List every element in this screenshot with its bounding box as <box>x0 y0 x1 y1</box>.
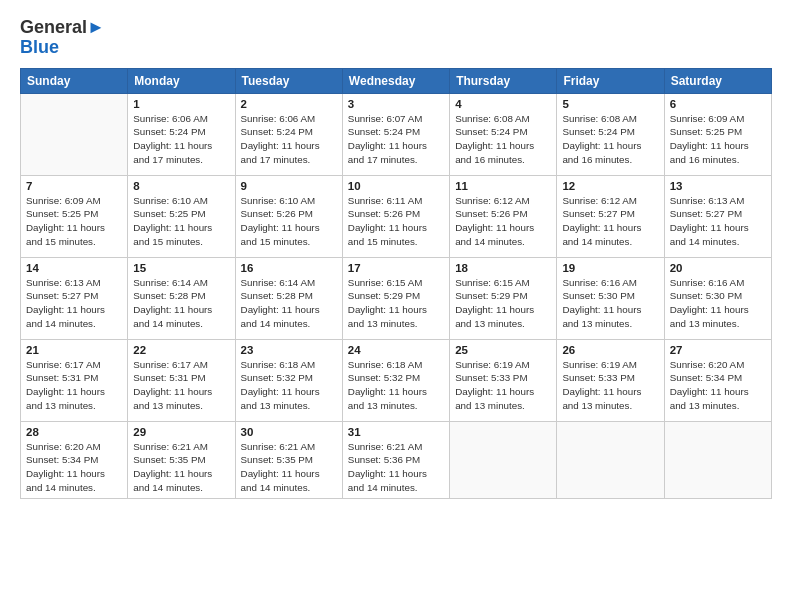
header: General► Blue <box>20 18 772 58</box>
day-number: 16 <box>241 262 337 274</box>
calendar-cell <box>664 421 771 499</box>
calendar-week-3: 14Sunrise: 6:13 AMSunset: 5:27 PMDayligh… <box>21 257 772 339</box>
day-number: 7 <box>26 180 122 192</box>
day-number: 20 <box>670 262 766 274</box>
calendar-week-2: 7Sunrise: 6:09 AMSunset: 5:25 PMDaylight… <box>21 175 772 257</box>
calendar-cell: 9Sunrise: 6:10 AMSunset: 5:26 PMDaylight… <box>235 175 342 257</box>
day-number: 17 <box>348 262 444 274</box>
logo-general: General <box>20 17 87 37</box>
day-info: Sunrise: 6:17 AMSunset: 5:31 PMDaylight:… <box>133 358 229 413</box>
day-number: 14 <box>26 262 122 274</box>
day-number: 22 <box>133 344 229 356</box>
calendar-cell: 17Sunrise: 6:15 AMSunset: 5:29 PMDayligh… <box>342 257 449 339</box>
day-info: Sunrise: 6:15 AMSunset: 5:29 PMDaylight:… <box>455 276 551 331</box>
calendar-week-1: 1Sunrise: 6:06 AMSunset: 5:24 PMDaylight… <box>21 93 772 175</box>
day-number: 31 <box>348 426 444 438</box>
calendar-header-row: SundayMondayTuesdayWednesdayThursdayFrid… <box>21 68 772 93</box>
weekday-header-tuesday: Tuesday <box>235 68 342 93</box>
calendar-cell: 20Sunrise: 6:16 AMSunset: 5:30 PMDayligh… <box>664 257 771 339</box>
day-info: Sunrise: 6:20 AMSunset: 5:34 PMDaylight:… <box>26 440 122 495</box>
calendar-cell: 15Sunrise: 6:14 AMSunset: 5:28 PMDayligh… <box>128 257 235 339</box>
calendar-cell: 24Sunrise: 6:18 AMSunset: 5:32 PMDayligh… <box>342 339 449 421</box>
calendar-table: SundayMondayTuesdayWednesdayThursdayFrid… <box>20 68 772 500</box>
calendar-cell: 5Sunrise: 6:08 AMSunset: 5:24 PMDaylight… <box>557 93 664 175</box>
calendar-cell: 4Sunrise: 6:08 AMSunset: 5:24 PMDaylight… <box>450 93 557 175</box>
day-info: Sunrise: 6:14 AMSunset: 5:28 PMDaylight:… <box>133 276 229 331</box>
calendar-cell: 12Sunrise: 6:12 AMSunset: 5:27 PMDayligh… <box>557 175 664 257</box>
calendar-cell <box>21 93 128 175</box>
calendar-cell: 10Sunrise: 6:11 AMSunset: 5:26 PMDayligh… <box>342 175 449 257</box>
day-info: Sunrise: 6:13 AMSunset: 5:27 PMDaylight:… <box>670 194 766 249</box>
day-number: 10 <box>348 180 444 192</box>
day-info: Sunrise: 6:16 AMSunset: 5:30 PMDaylight:… <box>562 276 658 331</box>
day-number: 19 <box>562 262 658 274</box>
weekday-header-saturday: Saturday <box>664 68 771 93</box>
day-number: 11 <box>455 180 551 192</box>
calendar-cell: 3Sunrise: 6:07 AMSunset: 5:24 PMDaylight… <box>342 93 449 175</box>
day-info: Sunrise: 6:11 AMSunset: 5:26 PMDaylight:… <box>348 194 444 249</box>
logo-text: General► Blue <box>20 18 105 58</box>
day-info: Sunrise: 6:18 AMSunset: 5:32 PMDaylight:… <box>241 358 337 413</box>
calendar-cell: 8Sunrise: 6:10 AMSunset: 5:25 PMDaylight… <box>128 175 235 257</box>
day-number: 21 <box>26 344 122 356</box>
calendar-cell: 13Sunrise: 6:13 AMSunset: 5:27 PMDayligh… <box>664 175 771 257</box>
day-number: 4 <box>455 98 551 110</box>
day-number: 15 <box>133 262 229 274</box>
weekday-header-sunday: Sunday <box>21 68 128 93</box>
calendar-cell: 19Sunrise: 6:16 AMSunset: 5:30 PMDayligh… <box>557 257 664 339</box>
day-info: Sunrise: 6:19 AMSunset: 5:33 PMDaylight:… <box>455 358 551 413</box>
weekday-header-wednesday: Wednesday <box>342 68 449 93</box>
day-number: 26 <box>562 344 658 356</box>
day-number: 24 <box>348 344 444 356</box>
day-info: Sunrise: 6:09 AMSunset: 5:25 PMDaylight:… <box>670 112 766 167</box>
calendar-cell: 18Sunrise: 6:15 AMSunset: 5:29 PMDayligh… <box>450 257 557 339</box>
day-info: Sunrise: 6:10 AMSunset: 5:25 PMDaylight:… <box>133 194 229 249</box>
calendar-cell: 31Sunrise: 6:21 AMSunset: 5:36 PMDayligh… <box>342 421 449 499</box>
calendar-cell: 28Sunrise: 6:20 AMSunset: 5:34 PMDayligh… <box>21 421 128 499</box>
day-info: Sunrise: 6:06 AMSunset: 5:24 PMDaylight:… <box>133 112 229 167</box>
day-number: 8 <box>133 180 229 192</box>
weekday-header-monday: Monday <box>128 68 235 93</box>
day-info: Sunrise: 6:10 AMSunset: 5:26 PMDaylight:… <box>241 194 337 249</box>
day-number: 5 <box>562 98 658 110</box>
calendar-cell: 14Sunrise: 6:13 AMSunset: 5:27 PMDayligh… <box>21 257 128 339</box>
day-number: 29 <box>133 426 229 438</box>
day-number: 12 <box>562 180 658 192</box>
calendar-cell: 27Sunrise: 6:20 AMSunset: 5:34 PMDayligh… <box>664 339 771 421</box>
weekday-header-friday: Friday <box>557 68 664 93</box>
logo: General► Blue <box>20 18 105 58</box>
day-number: 25 <box>455 344 551 356</box>
weekday-header-thursday: Thursday <box>450 68 557 93</box>
day-info: Sunrise: 6:21 AMSunset: 5:35 PMDaylight:… <box>241 440 337 495</box>
calendar-cell: 30Sunrise: 6:21 AMSunset: 5:35 PMDayligh… <box>235 421 342 499</box>
day-info: Sunrise: 6:08 AMSunset: 5:24 PMDaylight:… <box>455 112 551 167</box>
day-number: 9 <box>241 180 337 192</box>
day-info: Sunrise: 6:13 AMSunset: 5:27 PMDaylight:… <box>26 276 122 331</box>
day-number: 1 <box>133 98 229 110</box>
calendar-cell: 2Sunrise: 6:06 AMSunset: 5:24 PMDaylight… <box>235 93 342 175</box>
day-info: Sunrise: 6:14 AMSunset: 5:28 PMDaylight:… <box>241 276 337 331</box>
day-number: 18 <box>455 262 551 274</box>
day-number: 2 <box>241 98 337 110</box>
calendar-week-4: 21Sunrise: 6:17 AMSunset: 5:31 PMDayligh… <box>21 339 772 421</box>
day-number: 3 <box>348 98 444 110</box>
logo-arrow-icon: ► <box>87 17 105 37</box>
logo-blue: Blue <box>20 37 59 57</box>
day-info: Sunrise: 6:21 AMSunset: 5:35 PMDaylight:… <box>133 440 229 495</box>
day-info: Sunrise: 6:12 AMSunset: 5:26 PMDaylight:… <box>455 194 551 249</box>
calendar-cell: 29Sunrise: 6:21 AMSunset: 5:35 PMDayligh… <box>128 421 235 499</box>
calendar-week-5: 28Sunrise: 6:20 AMSunset: 5:34 PMDayligh… <box>21 421 772 499</box>
day-number: 13 <box>670 180 766 192</box>
day-info: Sunrise: 6:12 AMSunset: 5:27 PMDaylight:… <box>562 194 658 249</box>
day-info: Sunrise: 6:16 AMSunset: 5:30 PMDaylight:… <box>670 276 766 331</box>
calendar-cell: 6Sunrise: 6:09 AMSunset: 5:25 PMDaylight… <box>664 93 771 175</box>
day-number: 23 <box>241 344 337 356</box>
day-info: Sunrise: 6:07 AMSunset: 5:24 PMDaylight:… <box>348 112 444 167</box>
calendar-cell <box>450 421 557 499</box>
calendar-cell: 21Sunrise: 6:17 AMSunset: 5:31 PMDayligh… <box>21 339 128 421</box>
calendar-cell: 26Sunrise: 6:19 AMSunset: 5:33 PMDayligh… <box>557 339 664 421</box>
day-info: Sunrise: 6:08 AMSunset: 5:24 PMDaylight:… <box>562 112 658 167</box>
day-info: Sunrise: 6:06 AMSunset: 5:24 PMDaylight:… <box>241 112 337 167</box>
calendar-cell: 25Sunrise: 6:19 AMSunset: 5:33 PMDayligh… <box>450 339 557 421</box>
calendar-cell: 16Sunrise: 6:14 AMSunset: 5:28 PMDayligh… <box>235 257 342 339</box>
